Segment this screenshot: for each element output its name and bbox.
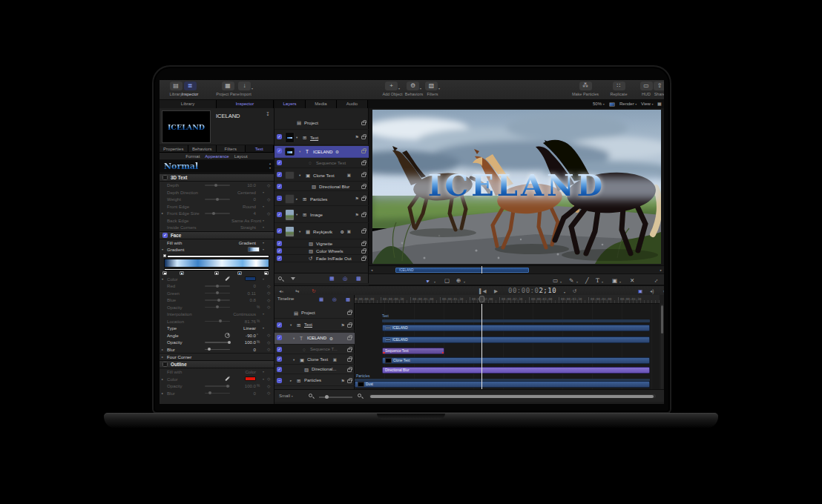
mute-audio-icon[interactable]: ◂✕: [279, 288, 284, 295]
gradient-stop[interactable]: [180, 271, 184, 275]
audio-icon[interactable]: ◂): [650, 288, 654, 294]
mini-timeline[interactable]: ◂ ICELAND ▸: [369, 265, 664, 273]
slider-knob[interactable]: [228, 341, 231, 344]
keyframe-icon[interactable]: ◇: [266, 197, 272, 202]
track-height-select[interactable]: Small ▾: [279, 394, 293, 398]
color-swatch[interactable]: [245, 377, 256, 381]
timeline-clip-iceland[interactable]: ICELAND: [382, 336, 650, 343]
slider-knob[interactable]: [208, 348, 211, 351]
disclosure-triangle-icon[interactable]: ▾: [299, 230, 300, 233]
show-hud-icon[interactable]: ▣: [638, 288, 642, 294]
layer-row-color-wheels[interactable]: ✓▨Color Wheels: [274, 248, 369, 255]
transform-tool-icon[interactable]: ▢: [444, 277, 450, 284]
lock-icon[interactable]: [361, 173, 366, 177]
chevron-down-icon[interactable]: ▾: [261, 205, 266, 208]
lock-icon[interactable]: [361, 230, 366, 233]
inspector-tab-behaviors[interactable]: Behaviors: [188, 145, 217, 152]
audio-view-icon[interactable]: ▩: [356, 276, 361, 282]
selected-stop-marker[interactable]: [163, 254, 166, 257]
previous-frame-icon[interactable]: ▌◀: [479, 288, 487, 294]
chevron-down-icon[interactable]: ▾: [464, 279, 465, 285]
layer-row-fade-in-fade-out[interactable]: ✓↺Fade In/Fade Out: [274, 256, 369, 262]
timeline-keyframes-icon[interactable]: ▩: [346, 296, 350, 302]
filter-icon[interactable]: [291, 277, 295, 280]
visibility-checkbox[interactable]: ✓: [277, 184, 282, 189]
timeline-clip-iceland[interactable]: ICELAND: [382, 325, 650, 331]
param-value[interactable]: 100.0: [231, 339, 256, 345]
timeline-clip-sequence-text[interactable]: Sequence Text: [382, 348, 444, 354]
gradient-stop[interactable]: [162, 271, 167, 275]
slider-knob[interactable]: [217, 299, 220, 302]
layers-view-icon[interactable]: ▦: [329, 276, 335, 282]
slider-knob[interactable]: [219, 319, 222, 322]
timeline-audio-icon[interactable]: ◎: [332, 296, 337, 302]
visibility-checkbox[interactable]: ✓: [277, 228, 282, 233]
toolbar-make-particles-button[interactable]: ⁂Make Particles: [571, 82, 600, 96]
disclosure-triangle-icon[interactable]: ▾: [293, 358, 295, 362]
gradient-opacity-bar[interactable]: [167, 255, 269, 258]
timeline-tracks[interactable]: TextICELANDICELANDSequence TextClone Tex…: [355, 304, 660, 389]
visibility-checkbox[interactable]: ✓: [277, 248, 282, 253]
lock-icon[interactable]: [361, 213, 366, 217]
param-value[interactable]: Centered: [231, 190, 256, 195]
param-slider[interactable]: [205, 285, 230, 287]
visibility-checkbox[interactable]: ✓: [277, 172, 282, 177]
flag-icon[interactable]: ⚑: [341, 378, 345, 383]
slider-knob[interactable]: [216, 285, 219, 288]
layer-row-project[interactable]: ▤Project: [274, 117, 369, 130]
gradient-stop[interactable]: [214, 271, 219, 275]
eyedropper-icon[interactable]: [225, 377, 229, 381]
color-swatch[interactable]: [245, 276, 256, 281]
camera-tool-icon[interactable]: ⊕: [456, 277, 461, 284]
param-value[interactable]: Continuous: [231, 311, 256, 316]
toolbar-share-button[interactable]: ⇧Share: [645, 82, 664, 96]
chevron-down-icon[interactable]: ▾: [434, 279, 435, 285]
canvas-title-text[interactable]: ICELAND: [372, 168, 661, 203]
mini-timeline-start-icon[interactable]: ◂: [371, 268, 372, 272]
chevron-down-icon[interactable]: ▾: [560, 279, 562, 285]
keyframe-icon[interactable]: ◇: [266, 384, 272, 388]
expand-canvas-icon[interactable]: ↕: [653, 276, 660, 283]
toolbar-inspector-button[interactable]: ≣Inspector: [175, 82, 205, 96]
gradient-preset-chip[interactable]: [248, 247, 260, 252]
layer-row-image[interactable]: ✓▾⊞Image⚑: [274, 208, 369, 223]
timeline-clip-dust[interactable]: Dust: [355, 381, 650, 388]
stepper-arrows-icon[interactable]: ▴▾: [269, 162, 271, 170]
param-value[interactable]: Round: [231, 204, 256, 209]
checkbox[interactable]: ✓: [162, 233, 168, 238]
param-slider[interactable]: [205, 185, 230, 186]
lock-icon[interactable]: [347, 311, 352, 315]
disclosure-triangle-icon[interactable]: ▾: [290, 323, 292, 327]
gear-icon[interactable]: ⚙: [329, 336, 333, 341]
param-slider[interactable]: [205, 321, 230, 322]
gradient-editor[interactable]: [160, 253, 274, 276]
inspector-tab-properties[interactable]: Properties: [160, 145, 188, 152]
panel-tab-inspector[interactable]: Inspector: [217, 100, 274, 108]
param-value[interactable]: Same As Front: [231, 218, 256, 223]
inspector-tab-filters[interactable]: Filters: [217, 145, 246, 152]
cut-tool-icon[interactable]: ✕: [630, 277, 634, 284]
visibility-checkbox[interactable]: ✓: [277, 212, 282, 217]
slider-knob[interactable]: [208, 391, 211, 394]
pane-tab-layers[interactable]: Layers: [274, 100, 306, 108]
param-value[interactable]: [231, 276, 256, 281]
track-group-bar[interactable]: [382, 319, 650, 322]
gradient-color-bar[interactable]: [164, 259, 269, 268]
disclosure-triangle-icon[interactable]: ▾: [162, 248, 167, 251]
param-value[interactable]: Straight: [231, 225, 256, 230]
lock-icon[interactable]: [361, 185, 366, 189]
param-slider[interactable]: [205, 307, 230, 308]
keyframe-icon[interactable]: ◇: [266, 377, 272, 381]
timeline-clip-directional-blur[interactable]: Directional Blur: [382, 367, 650, 374]
chevron-down-icon[interactable]: ▾: [261, 190, 266, 194]
timecode-display[interactable]: 00:00:02;10: [508, 287, 556, 294]
lock-icon[interactable]: [361, 122, 366, 125]
chevron-down-icon[interactable]: ▾: [576, 279, 578, 285]
eyedropper-icon[interactable]: [225, 276, 229, 281]
panel-tab-library[interactable]: Library: [160, 100, 217, 108]
layer-row-project[interactable]: ▤Project: [274, 308, 355, 319]
visibility-checkbox[interactable]: ✓: [277, 367, 282, 372]
param-value[interactable]: 100.0: [231, 383, 256, 388]
loop-range-icon[interactable]: ⇆: [295, 288, 299, 294]
timeline-vertical-scrollbar[interactable]: [661, 304, 663, 389]
